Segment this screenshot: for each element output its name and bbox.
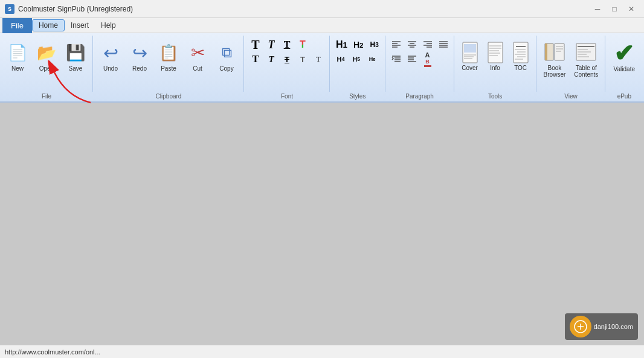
save-button[interactable]: 💾 Save (62, 38, 89, 80)
ribbon-group-epub: ✔ Validate ePub (605, 33, 643, 101)
toc-label: TOC (514, 65, 527, 71)
cover-label: Cover (462, 65, 478, 71)
ribbon-group-font: T T T T T T T T T Font (244, 33, 330, 101)
status-url: http://www.coolmuster.com/onl... (5, 348, 100, 356)
restore-button[interactable]: □ (607, 3, 622, 15)
watermark-text: danji100.com (594, 323, 633, 330)
close-button[interactable]: ✕ (623, 3, 639, 15)
tools-group-label: Tools (458, 92, 533, 101)
h6-button[interactable]: H6 (365, 53, 379, 66)
window-controls: ─ □ ✕ (590, 3, 639, 15)
svg-rect-43 (545, 43, 547, 60)
cover-button[interactable]: Cover (458, 38, 482, 80)
redo-icon: ↪ (130, 41, 149, 64)
file-group-label: File (4, 92, 89, 101)
main-area (0, 103, 644, 345)
redo-label: Redo (132, 65, 147, 72)
open-icon: 📂 (37, 41, 56, 64)
svg-rect-25 (464, 44, 476, 53)
svg-rect-35 (514, 42, 528, 63)
cover-icon (462, 40, 478, 65)
book-browser-button[interactable]: BookBrowser (540, 38, 570, 80)
ribbon-group-view: BookBrowser Table ofContents View (536, 33, 606, 101)
align-center-button[interactable] (405, 38, 419, 51)
watermark-site: danji100.com (594, 323, 633, 330)
table-of-contents-label: Table ofContents (574, 65, 598, 78)
validate-button[interactable]: ✔ Validate (609, 38, 639, 80)
cut-label: Cut (193, 65, 202, 72)
cut-icon: ✂ (188, 41, 207, 64)
app-icon: S (5, 4, 14, 14)
file-group-items: 📄 New 📂 Open 💾 Save (4, 36, 89, 92)
info-button[interactable]: Info (483, 38, 507, 80)
menu-help[interactable]: Help (95, 20, 122, 31)
h1-button[interactable]: H1 (333, 38, 350, 51)
font-t9-button[interactable]: T (311, 53, 326, 66)
font-t8-button[interactable]: T (295, 53, 310, 66)
table-of-contents-icon (576, 40, 596, 65)
font-t3-button[interactable]: T (280, 38, 294, 51)
open-label: Open (39, 65, 54, 72)
save-label: Save (69, 65, 83, 72)
table-of-contents-button[interactable]: Table ofContents (570, 38, 602, 80)
ribbon-group-tools: Cover Info TOC Tools (454, 33, 536, 101)
undo-icon: ↩ (101, 41, 120, 64)
copy-button[interactable]: ⧉ Copy (213, 38, 240, 80)
menu-home[interactable]: Home (32, 19, 65, 31)
paragraph-group-items: A B (389, 36, 451, 92)
view-group-items: BookBrowser Table ofContents (540, 36, 602, 92)
cut-button[interactable]: ✂ Cut (184, 38, 211, 80)
font-t2-button[interactable]: T (264, 38, 279, 51)
redo-button[interactable]: ↪ Redo (126, 38, 153, 80)
statusbar: http://www.coolmuster.com/onl... (0, 345, 644, 358)
copy-icon: ⧉ (217, 41, 236, 64)
toc-icon (512, 40, 529, 65)
paragraph-buttons: A B (389, 38, 451, 66)
minimize-button[interactable]: ─ (590, 3, 605, 15)
font-row2: T T T T T (248, 53, 326, 66)
styles-group-label: Styles (333, 92, 382, 101)
book-browser-label: BookBrowser (544, 65, 566, 78)
clipboard-group-items: ↩ Undo ↪ Redo 📋 Paste ✂ Cut ⧉ Copy (97, 36, 240, 92)
paragraph-row1 (389, 38, 451, 51)
menubar: File Home Insert Help (0, 18, 644, 33)
h4-button[interactable]: H4 (333, 53, 348, 66)
paste-label: Paste (161, 65, 176, 72)
paste-button[interactable]: 📋 Paste (155, 38, 182, 80)
undo-button[interactable]: ↩ Undo (97, 38, 124, 80)
font-row1: T T T T (248, 38, 310, 51)
h2-button[interactable]: H2 (351, 38, 366, 51)
ribbon-group-styles: H1 H2 H3 H4 H5 H6 Styles (330, 33, 385, 101)
font-color-button[interactable]: T (295, 38, 310, 51)
indent-left-button[interactable] (389, 53, 404, 66)
new-icon: 📄 (8, 41, 27, 64)
font-t7-button[interactable]: T (280, 53, 294, 66)
font-t5-button[interactable]: T (248, 53, 263, 66)
ribbon: 📄 New 📂 Open 💾 Save File ↩ Undo (0, 33, 644, 103)
new-label: New (11, 65, 24, 72)
info-label: Info (490, 65, 500, 71)
h5-button[interactable]: H5 (349, 53, 364, 66)
new-button[interactable]: 📄 New (4, 38, 31, 80)
open-button[interactable]: 📂 Open (33, 38, 60, 80)
align-left-button[interactable] (389, 38, 404, 51)
align-right-button[interactable] (420, 38, 435, 51)
toc-button[interactable]: TOC (509, 38, 533, 80)
menu-file[interactable]: File (2, 18, 32, 33)
ribbon-group-clipboard: ↩ Undo ↪ Redo 📋 Paste ✂ Cut ⧉ Copy (93, 33, 244, 101)
justify-button[interactable] (436, 38, 451, 51)
font-t6-button[interactable]: T (264, 53, 279, 66)
h3-button[interactable]: H3 (367, 38, 382, 51)
copy-label: Copy (219, 65, 233, 72)
menu-insert[interactable]: Insert (65, 20, 95, 31)
font-t1-button[interactable]: T (248, 38, 263, 51)
watermark-circle (570, 316, 591, 337)
validate-icon: ✔ (614, 40, 634, 66)
info-icon (487, 40, 504, 65)
epub-group-label: ePub (609, 92, 639, 101)
text-color-ab-button[interactable]: A B (420, 53, 435, 66)
indent-right-button[interactable] (405, 53, 419, 66)
clipboard-group-label: Clipboard (97, 92, 240, 101)
styles-row2: H4 H5 H6 (333, 53, 379, 66)
font-group-label: Font (248, 92, 326, 101)
